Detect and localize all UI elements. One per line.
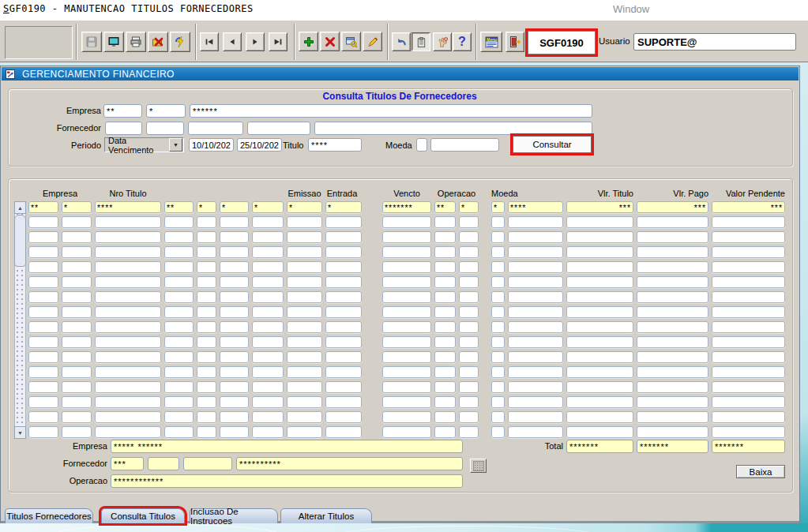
grid-cell[interactable] (62, 291, 92, 303)
grid-cell[interactable] (491, 231, 505, 243)
grid-cell[interactable] (491, 306, 505, 318)
grid-cell[interactable] (566, 336, 633, 348)
grid-cell[interactable] (712, 246, 785, 258)
grid-cell[interactable] (325, 381, 362, 393)
grid-cell[interactable] (220, 396, 249, 408)
grid-cell[interactable] (28, 216, 58, 228)
grid-cell[interactable] (164, 261, 194, 273)
grid-cell[interactable] (28, 291, 58, 303)
grid-cell[interactable] (712, 216, 785, 228)
grid-cell[interactable] (325, 321, 362, 333)
grid-cell[interactable] (197, 426, 216, 438)
grid-cell[interactable] (287, 291, 322, 303)
grid-cell[interactable] (637, 426, 708, 438)
grid-cell[interactable] (508, 366, 563, 378)
grid-cell[interactable] (62, 246, 92, 258)
grid-cell[interactable] (491, 291, 505, 303)
grid-cell[interactable] (637, 381, 708, 393)
grid-cell[interactable] (62, 381, 92, 393)
grid-cell[interactable] (62, 276, 92, 288)
grid-cell[interactable] (252, 411, 284, 423)
grid-cell[interactable] (197, 306, 216, 318)
grid-cell[interactable] (164, 381, 194, 393)
grid-cell[interactable] (197, 276, 216, 288)
grid-cell[interactable] (95, 306, 161, 318)
grid-cell[interactable] (252, 231, 284, 243)
grid-cell[interactable] (252, 216, 284, 228)
grid-cell[interactable] (28, 411, 58, 423)
grid-cell[interactable] (637, 291, 708, 303)
grid-cell[interactable] (491, 366, 505, 378)
grid-cell[interactable] (637, 396, 708, 408)
grid-cell[interactable] (28, 306, 58, 318)
footer-fornecedor-field-3[interactable] (183, 457, 232, 470)
grid-cell[interactable] (382, 351, 431, 363)
grid-cell[interactable] (382, 261, 431, 273)
grid-cell[interactable] (220, 261, 249, 273)
fornecedor-field-2[interactable] (146, 122, 184, 135)
grid-cell[interactable] (637, 366, 708, 378)
grid-cell[interactable] (508, 381, 563, 393)
grid-cell[interactable] (382, 231, 431, 243)
moeda-desc-field[interactable] (430, 138, 499, 152)
empresa-filial-field[interactable] (146, 104, 186, 118)
grid-cell[interactable] (164, 231, 194, 243)
grid-cell[interactable] (197, 291, 216, 303)
tab-alterar-titulos[interactable]: Alterar Titulos (280, 508, 372, 523)
grid-cell[interactable] (459, 336, 479, 348)
grid-cell[interactable] (28, 246, 58, 258)
grid-cell[interactable] (220, 336, 249, 348)
grid-cell[interactable] (252, 336, 284, 348)
save-button[interactable] (81, 32, 102, 52)
moeda-code-field[interactable] (416, 138, 427, 152)
grid-cell[interactable] (28, 426, 58, 438)
grid-cell[interactable] (491, 381, 505, 393)
grid-cell[interactable] (491, 246, 505, 258)
empresa-code-field[interactable] (103, 104, 142, 118)
date-from-field[interactable] (189, 138, 234, 152)
grid-cell[interactable] (459, 216, 479, 228)
grid-cell[interactable] (434, 216, 456, 228)
grid-cell[interactable] (382, 201, 431, 213)
grid-cell[interactable] (164, 396, 194, 408)
grid-cell[interactable] (220, 216, 249, 228)
grid-cell[interactable] (434, 201, 456, 213)
grid-cell[interactable] (287, 276, 322, 288)
grid-cell[interactable] (28, 276, 58, 288)
execute-button[interactable] (170, 32, 190, 52)
grid-cell[interactable] (637, 351, 708, 363)
grid-cell[interactable] (325, 276, 362, 288)
grid-cell[interactable] (164, 351, 194, 363)
grid-cell[interactable] (287, 201, 322, 213)
grid-cell[interactable] (459, 321, 479, 333)
grid-cell[interactable] (28, 261, 58, 273)
grid-cell[interactable] (28, 366, 58, 378)
grid-cell[interactable] (220, 201, 249, 213)
grid-cell[interactable] (62, 396, 92, 408)
grid-cell[interactable] (491, 411, 505, 423)
grid-cell[interactable] (252, 351, 284, 363)
grid-cell[interactable] (325, 351, 362, 363)
grid-cell[interactable] (459, 231, 479, 243)
grid-cell[interactable] (220, 276, 249, 288)
grid-scroll-down-button[interactable]: ▼ (14, 426, 26, 439)
grid-cell[interactable] (287, 261, 322, 273)
grid-cell[interactable] (325, 426, 362, 438)
grid-cell[interactable] (491, 351, 505, 363)
grid-cell[interactable] (95, 351, 161, 363)
grid-cell[interactable] (197, 351, 216, 363)
help-button[interactable]: ? (453, 32, 472, 51)
grid-cell[interactable] (325, 246, 362, 258)
grid-cell[interactable] (566, 411, 633, 423)
grid-cell[interactable] (287, 411, 322, 423)
grid-cell[interactable] (382, 366, 431, 378)
grid-cell[interactable] (197, 231, 216, 243)
grid-cell[interactable] (287, 306, 322, 318)
grid-cell[interactable] (95, 336, 161, 348)
grid-cell[interactable] (637, 216, 708, 228)
tab-titulos-fornecedores[interactable]: Titulos Fornecedores (5, 508, 93, 523)
footer-fornecedor-name-field[interactable] (236, 457, 463, 470)
grid-cell[interactable] (62, 201, 92, 213)
grid-cell[interactable] (491, 261, 505, 273)
grid-cell[interactable] (95, 396, 161, 408)
